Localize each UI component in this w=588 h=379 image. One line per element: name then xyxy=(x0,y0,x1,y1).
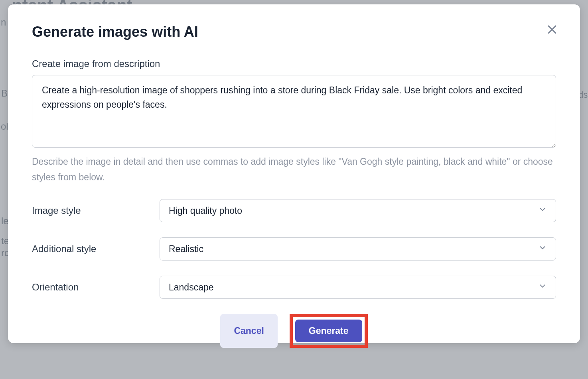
image-style-value: High quality photo xyxy=(169,205,242,216)
chevron-down-icon xyxy=(538,282,547,293)
chevron-down-icon xyxy=(538,243,547,255)
image-style-label: Image style xyxy=(32,205,160,216)
description-label: Create image from description xyxy=(32,58,556,69)
cancel-button[interactable]: Cancel xyxy=(220,314,277,348)
orientation-value: Landscape xyxy=(169,282,214,293)
additional-style-label: Additional style xyxy=(32,243,160,255)
background-text: le xyxy=(1,215,9,227)
additional-style-value: Realistic xyxy=(169,244,203,255)
orientation-select[interactable]: Landscape xyxy=(160,276,556,299)
orientation-label: Orientation xyxy=(32,282,160,293)
modal-title: Generate images with AI xyxy=(32,24,556,40)
description-textarea[interactable] xyxy=(32,75,556,148)
chevron-down-icon xyxy=(538,205,547,216)
generate-images-modal: Generate images with AI Create image fro… xyxy=(8,4,580,343)
generate-highlight: Generate xyxy=(290,314,368,348)
additional-style-select[interactable]: Realistic xyxy=(160,237,556,261)
image-style-select[interactable]: High quality photo xyxy=(160,199,556,222)
close-icon[interactable] xyxy=(546,24,558,37)
background-text: n xyxy=(1,17,6,28)
helper-text: Describe the image in detail and then us… xyxy=(32,154,556,185)
generate-button[interactable]: Generate xyxy=(295,320,362,342)
